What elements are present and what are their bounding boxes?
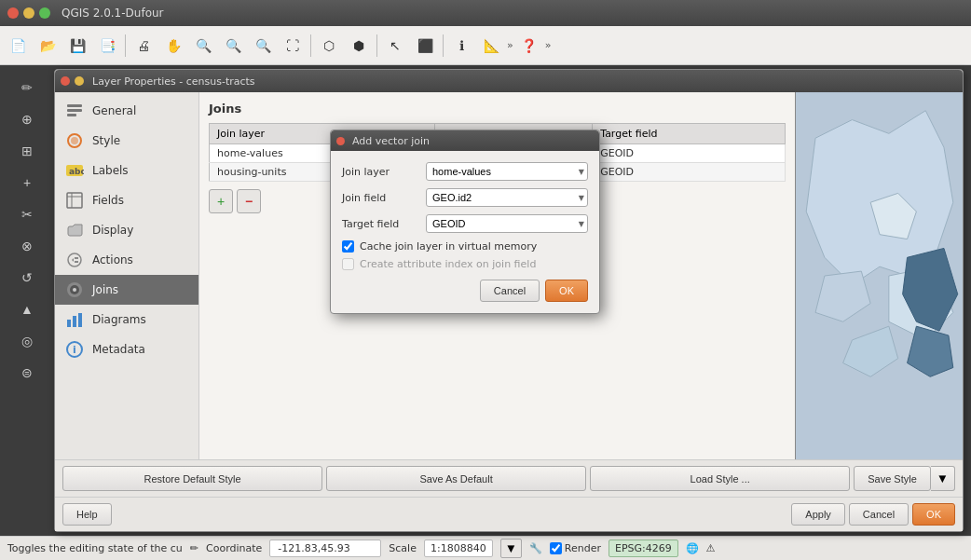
toolbar: 📄 📂 💾 📑 🖨 ✋ 🔍 🔍 🔍 ⛶ ⬡ ⬢ ↖ ⬛ ℹ 📐 » ❓ » bbox=[0, 26, 971, 65]
save-style-btn[interactable]: Save Style bbox=[854, 466, 931, 491]
restore-default-btn[interactable]: Restore Default Style bbox=[62, 466, 322, 491]
join-field-row: Join field GEO.id2 bbox=[342, 188, 588, 207]
join-field-select-wrapper[interactable]: GEO.id2 bbox=[426, 188, 588, 207]
ok-btn[interactable]: OK bbox=[912, 503, 955, 526]
nav-item-diagrams[interactable]: Diagrams bbox=[55, 305, 198, 335]
move-feature[interactable]: ⊞ bbox=[12, 136, 42, 166]
nav-item-joins[interactable]: Joins bbox=[55, 275, 198, 305]
dialog-title: Add vector join bbox=[352, 135, 430, 147]
select-btn[interactable]: ↖ bbox=[381, 32, 409, 60]
status-coordinate-label: Coordinate bbox=[206, 542, 262, 554]
zoom-out-btn[interactable]: 🔍 bbox=[249, 32, 277, 60]
layer-props-titlebar: Layer Properties - census-tracts bbox=[55, 70, 963, 92]
dialog-minimize[interactable] bbox=[75, 76, 84, 86]
edit-tool[interactable]: ✏ bbox=[12, 73, 42, 102]
col-target-field: Target field bbox=[593, 124, 786, 144]
select2-btn[interactable]: ⬛ bbox=[411, 32, 439, 60]
window-controls[interactable] bbox=[7, 7, 50, 19]
split-tool[interactable]: ✂ bbox=[12, 199, 42, 229]
maximize-btn[interactable] bbox=[39, 7, 50, 19]
sidebar-nav: General Style abc Labels bbox=[55, 92, 199, 459]
zoom-in-btn[interactable]: 🔍 bbox=[219, 32, 247, 60]
add-join-btn[interactable]: + bbox=[209, 189, 233, 213]
load-style-btn[interactable]: Load Style ... bbox=[590, 466, 850, 491]
minimize-btn[interactable] bbox=[23, 7, 34, 19]
save-as-default-btn[interactable]: Save As Default bbox=[326, 466, 586, 491]
apply-btn[interactable]: Apply bbox=[791, 503, 845, 526]
labels-icon: abc bbox=[64, 160, 85, 181]
zoom-full-btn[interactable]: ⛶ bbox=[279, 32, 307, 60]
target-field-select-wrapper[interactable]: GEOID bbox=[426, 214, 588, 233]
save-style-dropdown[interactable]: ▼ bbox=[931, 466, 955, 491]
nav-item-display[interactable]: Display bbox=[55, 215, 198, 245]
offset-tool[interactable]: ⊜ bbox=[12, 358, 42, 388]
join-layer-select[interactable]: home-values housing-units bbox=[426, 162, 588, 181]
main-panel: Joins Join layer Join field Target field… bbox=[199, 92, 795, 459]
nav-label-style: Style bbox=[92, 134, 120, 147]
save-btn[interactable]: 💾 bbox=[63, 32, 91, 60]
cancel-btn[interactable]: Cancel bbox=[849, 503, 909, 526]
render-checkbox[interactable] bbox=[550, 542, 562, 554]
nav-item-general[interactable]: General bbox=[55, 96, 198, 126]
nav-item-actions[interactable]: Actions bbox=[55, 245, 198, 275]
nav-item-style[interactable]: Style bbox=[55, 126, 198, 156]
nav-item-fields[interactable]: Fields bbox=[55, 185, 198, 215]
help-btn[interactable]: ❓ bbox=[515, 32, 543, 60]
identify-btn[interactable]: 🔍 bbox=[189, 32, 217, 60]
ring-tool[interactable]: ◎ bbox=[12, 326, 42, 356]
simplify-tool[interactable]: ▲ bbox=[12, 294, 42, 324]
nav-label-diagrams: Diagrams bbox=[92, 313, 146, 326]
nav-label-display: Display bbox=[92, 224, 133, 237]
left-toolbox: ✏ ⊕ ⊞ + ✂ ⊗ ↺ ▲ ◎ ⊜ bbox=[4, 69, 50, 532]
nav-label-general: General bbox=[92, 104, 136, 117]
status-bar: Toggles the editing state of the cu ✏ Co… bbox=[0, 536, 971, 560]
nav-item-labels[interactable]: abc Labels bbox=[55, 156, 198, 185]
target-field-row: Target field GEOID bbox=[342, 214, 588, 233]
add-vector-join-dialog: Add vector join Join layer home-values h… bbox=[330, 130, 600, 314]
node-tool[interactable]: ⊕ bbox=[12, 104, 42, 134]
nav-label-labels: Labels bbox=[92, 164, 129, 177]
svg-rect-16 bbox=[78, 313, 82, 327]
pan-btn[interactable]: ✋ bbox=[159, 32, 187, 60]
open-btn[interactable]: 📂 bbox=[34, 32, 62, 60]
sep1 bbox=[125, 34, 126, 57]
attr-index-row: Create attribute index on join field bbox=[342, 258, 588, 270]
attr-index-checkbox[interactable] bbox=[342, 258, 354, 270]
close-btn[interactable] bbox=[7, 7, 19, 19]
join-field-select[interactable]: GEO.id2 bbox=[426, 188, 588, 207]
join-field-label: Join field bbox=[342, 192, 426, 204]
dialog-controls[interactable] bbox=[61, 76, 84, 86]
sep2 bbox=[310, 34, 311, 57]
nav-item-metadata[interactable]: i Metadata bbox=[55, 335, 198, 364]
print-btn[interactable]: 🖨 bbox=[130, 32, 157, 60]
target-field-select[interactable]: GEOID bbox=[426, 214, 588, 233]
save-as-btn[interactable]: 📑 bbox=[93, 32, 121, 60]
dlg-close-btn[interactable] bbox=[336, 137, 345, 145]
dialog-ok-btn[interactable]: OK bbox=[545, 280, 588, 302]
new-file-btn[interactable]: 📄 bbox=[4, 32, 32, 60]
join-layer-select-wrapper[interactable]: home-values housing-units bbox=[426, 162, 588, 181]
metadata-icon: i bbox=[64, 339, 85, 360]
help-btn[interactable]: Help bbox=[62, 503, 112, 526]
dialog-close[interactable] bbox=[61, 76, 70, 86]
globe-icon: 🌐 bbox=[686, 542, 699, 554]
dialog-buttons: Cancel OK bbox=[342, 280, 588, 302]
rotate-tool[interactable]: ↺ bbox=[12, 263, 42, 293]
merge-tool[interactable]: ⊗ bbox=[12, 231, 42, 261]
add-feature[interactable]: + bbox=[12, 168, 42, 198]
zoom-layer-btn[interactable]: ⬡ bbox=[315, 32, 343, 60]
svg-rect-7 bbox=[67, 193, 82, 208]
remove-join-btn[interactable]: − bbox=[237, 189, 261, 213]
dialog-win-controls[interactable] bbox=[336, 137, 345, 145]
status-toggle-text: Toggles the editing state of the cu bbox=[7, 542, 183, 554]
epsg-badge: EPSG:4269 bbox=[609, 540, 678, 557]
zoom-selection-btn[interactable]: ⬢ bbox=[345, 32, 373, 60]
scale-dropdown-btn[interactable]: ▼ bbox=[500, 539, 522, 558]
join-layer-row: Join layer home-values housing-units bbox=[342, 162, 588, 181]
save-style-group: Save Style ▼ bbox=[854, 466, 955, 491]
measure-btn[interactable]: 📐 bbox=[477, 32, 505, 60]
cache-checkbox[interactable] bbox=[342, 240, 354, 253]
info-btn[interactable]: ℹ bbox=[447, 32, 475, 60]
dialog-cancel-btn[interactable]: Cancel bbox=[480, 280, 540, 302]
bottom-style-buttons: Restore Default Style Save As Default Lo… bbox=[55, 459, 963, 497]
